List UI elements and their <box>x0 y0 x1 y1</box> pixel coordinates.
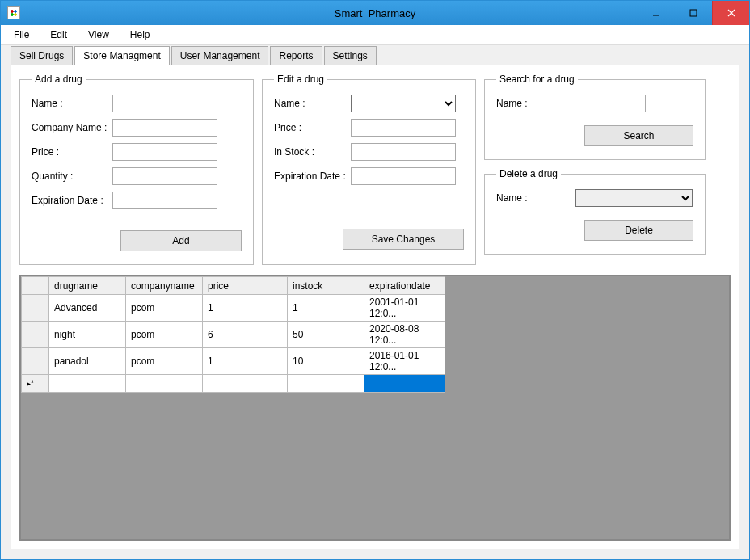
edit-legend: Edit a drug <box>274 74 327 85</box>
svg-rect-0 <box>690 10 697 16</box>
menu-edit[interactable]: Edit <box>47 27 70 42</box>
search-name-input[interactable] <box>541 95 646 112</box>
new-row-indicator[interactable]: ▸* <box>22 375 49 393</box>
col-header-price[interactable]: price <box>203 277 288 295</box>
add-name-label: Name : <box>32 98 112 109</box>
group-delete-drug: Delete a drug Name : Delete <box>484 168 706 255</box>
cell-price[interactable]: 1 <box>203 348 288 375</box>
tabstrip: Sell Drugs Store Managment User Manageme… <box>1 45 749 65</box>
menu-help[interactable]: Help <box>127 27 154 42</box>
row-header[interactable] <box>22 322 49 348</box>
edit-price-input[interactable] <box>351 119 456 137</box>
edit-stock-input[interactable] <box>351 143 456 161</box>
cell-drugname[interactable]: Advanced <box>49 295 126 322</box>
row-header[interactable] <box>22 295 49 322</box>
search-legend: Search for a drug <box>496 74 578 85</box>
add-company-label: Company Name : <box>32 122 112 133</box>
add-quantity-input[interactable] <box>112 167 217 185</box>
cell-price[interactable]: 1 <box>203 295 288 322</box>
cell-expirationdate[interactable]: 2016-01-01 12:0... <box>364 348 445 375</box>
col-header-instock[interactable]: instock <box>288 277 364 295</box>
grid-corner[interactable] <box>22 277 49 295</box>
add-expiration-label: Expiration Date : <box>32 195 112 206</box>
add-price-input[interactable] <box>112 143 217 161</box>
tab-user-management[interactable]: User Management <box>171 46 269 65</box>
cell-instock[interactable] <box>288 375 364 393</box>
cell-companyname[interactable]: pcom <box>126 322 203 348</box>
col-header-drugname[interactable]: drugname <box>49 277 126 295</box>
cell-price[interactable] <box>203 375 288 393</box>
table-row[interactable]: Advanced pcom 1 1 2001-01-01 12:0... <box>22 295 445 322</box>
row-header[interactable] <box>22 348 49 375</box>
add-company-input[interactable] <box>112 119 217 137</box>
cell-price[interactable]: 6 <box>203 322 288 348</box>
titlebar[interactable]: Smart_Pharmacy <box>1 1 749 25</box>
cell-drugname[interactable]: panadol <box>49 348 126 375</box>
cell-drugname[interactable]: night <box>49 322 126 348</box>
search-name-label: Name : <box>496 98 541 109</box>
col-header-expirationdate[interactable]: expirationdate <box>364 277 445 295</box>
cell-companyname[interactable]: pcom <box>126 348 203 375</box>
delete-legend: Delete a drug <box>496 168 561 179</box>
tab-store-management[interactable]: Store Managment <box>74 46 169 65</box>
menubar: File Edit View Help <box>1 25 749 45</box>
edit-name-label: Name : <box>274 98 351 109</box>
app-window: Smart_Pharmacy File Edit View Help Sell … <box>0 0 750 560</box>
cell-expirationdate[interactable] <box>364 375 445 393</box>
group-add-drug: Add a drug Name : Company Name : Price :… <box>19 74 254 265</box>
menu-view[interactable]: View <box>85 27 112 42</box>
group-edit-drug: Edit a drug Name : Price : In Stock : Ex… <box>262 74 476 265</box>
tab-sell-drugs[interactable]: Sell Drugs <box>11 46 73 65</box>
add-quantity-label: Quantity : <box>32 171 112 182</box>
menu-file[interactable]: File <box>11 27 32 42</box>
maximize-icon <box>689 9 697 17</box>
cell-expirationdate[interactable]: 2001-01-01 12:0... <box>364 295 445 322</box>
data-grid[interactable]: drugname companyname price instock expir… <box>19 275 731 541</box>
app-icon <box>7 6 20 19</box>
table-new-row[interactable]: ▸* <box>22 375 445 393</box>
group-search-drug: Search for a drug Name : Search <box>484 74 706 160</box>
minimize-icon <box>652 9 660 17</box>
cell-instock[interactable]: 50 <box>288 322 364 348</box>
delete-button[interactable]: Delete <box>584 220 693 241</box>
cell-companyname[interactable] <box>126 375 203 393</box>
delete-name-label: Name : <box>496 192 575 204</box>
search-button[interactable]: Search <box>584 125 693 146</box>
cell-drugname[interactable] <box>49 375 126 393</box>
close-button[interactable] <box>712 1 749 25</box>
add-legend: Add a drug <box>32 74 86 85</box>
edit-expiration-label: Expiration Date : <box>274 171 351 182</box>
edit-price-label: Price : <box>274 122 351 133</box>
add-price-label: Price : <box>32 146 112 158</box>
cell-companyname[interactable]: pcom <box>126 295 203 322</box>
col-header-companyname[interactable]: companyname <box>126 277 203 295</box>
cell-instock[interactable]: 10 <box>288 348 364 375</box>
save-changes-button[interactable]: Save Changes <box>343 229 464 250</box>
table-row[interactable]: panadol pcom 1 10 2016-01-01 12:0... <box>22 348 445 375</box>
tabpanel-store-management: Add a drug Name : Company Name : Price :… <box>11 65 739 549</box>
edit-stock-label: In Stock : <box>274 146 351 158</box>
minimize-button[interactable] <box>638 1 675 25</box>
add-name-input[interactable] <box>112 95 217 112</box>
maximize-button[interactable] <box>675 1 712 25</box>
cell-instock[interactable]: 1 <box>288 295 364 322</box>
table-row[interactable]: night pcom 6 50 2020-08-08 12:0... <box>22 322 445 348</box>
cell-expirationdate[interactable]: 2020-08-08 12:0... <box>364 322 445 348</box>
add-button[interactable]: Add <box>120 230 242 251</box>
edit-expiration-input[interactable] <box>351 167 456 185</box>
edit-name-select[interactable] <box>351 95 456 112</box>
tab-reports[interactable]: Reports <box>270 46 322 65</box>
add-expiration-input[interactable] <box>112 192 217 209</box>
tab-settings[interactable]: Settings <box>324 46 377 65</box>
delete-name-select[interactable] <box>575 189 693 207</box>
close-icon <box>727 9 735 17</box>
